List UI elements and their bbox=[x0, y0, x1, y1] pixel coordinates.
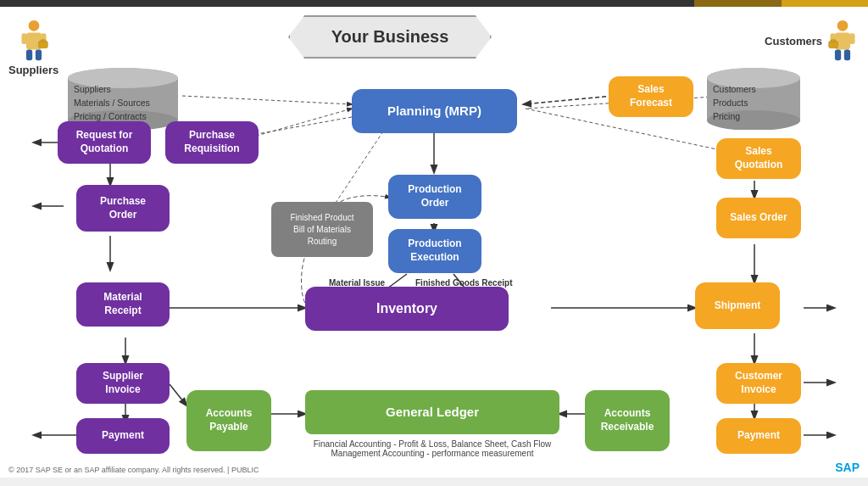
top-bar bbox=[0, 0, 868, 7]
accounts-payable-node[interactable]: Accounts Payable bbox=[186, 390, 271, 451]
customers-data-line2: Products bbox=[713, 97, 756, 110]
production-execution-label: Production Execution bbox=[395, 237, 475, 264]
sales-forecast-label: SalesForecast bbox=[630, 83, 672, 109]
planning-label: Planning (MRP) bbox=[387, 103, 481, 120]
request-quotation-node[interactable]: Request forQuotation bbox=[58, 121, 151, 164]
svg-line-4 bbox=[524, 96, 613, 104]
svg-rect-46 bbox=[831, 40, 835, 42]
production-execution-node[interactable]: Production Execution bbox=[388, 229, 481, 273]
bom-label: Finished ProductBill of MaterialsRouting bbox=[290, 212, 353, 248]
sales-order-label: Sales Order bbox=[730, 211, 787, 225]
accounts-payable-label: Accounts Payable bbox=[193, 407, 264, 433]
material-receipt-node[interactable]: MaterialReceipt bbox=[76, 282, 170, 327]
title-text: Your Business bbox=[288, 15, 492, 59]
general-ledger-subtext: Financial Accounting - Profit & Loss, Ba… bbox=[271, 439, 593, 458]
inventory-node[interactable]: Inventory bbox=[305, 287, 509, 331]
supplier-payment-node[interactable]: Payment bbox=[76, 418, 170, 454]
customer-icon bbox=[826, 20, 860, 62]
sales-quotation-label: SalesQuotation bbox=[735, 145, 783, 171]
bom-node: Finished ProductBill of MaterialsRouting bbox=[271, 202, 373, 257]
suppliers-person: Suppliers bbox=[8, 20, 58, 76]
svg-line-29 bbox=[182, 96, 352, 104]
sales-order-node[interactable]: Sales Order bbox=[716, 198, 801, 238]
planning-node[interactable]: Planning (MRP) bbox=[352, 89, 517, 133]
customer-payment-node[interactable]: Payment bbox=[716, 418, 801, 454]
svg-rect-35 bbox=[26, 49, 32, 60]
customer-payment-label: Payment bbox=[737, 429, 780, 443]
purchase-requisition-label: Purchase Requisition bbox=[172, 129, 252, 155]
svg-rect-44 bbox=[844, 49, 850, 60]
suppliers-label: Suppliers bbox=[8, 64, 58, 76]
suppliers-data-line2: Materials / Sources bbox=[74, 97, 150, 110]
sales-forecast-node[interactable]: SalesForecast bbox=[609, 76, 693, 117]
general-ledger-label: General Ledger bbox=[386, 404, 479, 421]
svg-rect-45 bbox=[829, 41, 838, 47]
purchase-order-label: PurchaseOrder bbox=[100, 195, 146, 221]
svg-point-31 bbox=[28, 20, 39, 31]
sap-logo: SAP bbox=[835, 461, 860, 474]
purchase-order-node[interactable]: PurchaseOrder bbox=[76, 185, 170, 232]
supplier-payment-label: Payment bbox=[102, 429, 144, 443]
svg-line-30 bbox=[331, 121, 390, 210]
customers-data-label: Customers Products Pricing bbox=[713, 83, 756, 123]
production-order-node[interactable]: Production Order bbox=[388, 175, 481, 219]
accounts-receivable-node[interactable]: Accounts Receivable bbox=[585, 390, 670, 451]
shipment-node[interactable]: Shipment bbox=[695, 282, 780, 329]
purchase-requisition-node[interactable]: Purchase Requisition bbox=[165, 121, 259, 164]
request-quotation-label: Request forQuotation bbox=[76, 129, 133, 155]
supplier-invoice-label: SupplierInvoice bbox=[103, 370, 143, 396]
svg-rect-36 bbox=[35, 49, 41, 60]
general-ledger-node[interactable]: General Ledger bbox=[305, 390, 559, 434]
sales-quotation-node[interactable]: SalesQuotation bbox=[716, 138, 801, 179]
supplier-invoice-node[interactable]: SupplierInvoice bbox=[76, 363, 170, 404]
svg-rect-42 bbox=[849, 33, 854, 44]
inventory-label: Inventory bbox=[376, 300, 437, 318]
svg-rect-37 bbox=[38, 41, 47, 47]
material-receipt-label: MaterialReceipt bbox=[103, 291, 142, 317]
footer-text: © 2017 SAP SE or an SAP affiliate compan… bbox=[8, 466, 259, 474]
svg-line-21 bbox=[170, 384, 186, 405]
svg-rect-38 bbox=[41, 40, 45, 42]
customers-data-cylinder: Customers Products Pricing bbox=[703, 66, 804, 133]
customer-invoice-label: CustomerInvoice bbox=[735, 370, 782, 396]
accounts-receivable-label: Accounts Receivable bbox=[592, 407, 663, 433]
main-canvas: Your Business Suppliers Customers bbox=[0, 7, 868, 478]
svg-rect-33 bbox=[21, 33, 26, 44]
suppliers-data-line1: Suppliers bbox=[74, 83, 150, 97]
footer: © 2017 SAP SE or an SAP affiliate compan… bbox=[8, 466, 259, 474]
svg-point-39 bbox=[837, 20, 849, 31]
customers-person: Customers bbox=[765, 20, 860, 62]
production-order-label: Production Order bbox=[395, 183, 475, 209]
title-banner: Your Business bbox=[288, 15, 492, 59]
shipment-label: Shipment bbox=[715, 299, 761, 313]
svg-rect-43 bbox=[835, 49, 841, 60]
customers-label: Customers bbox=[765, 35, 822, 47]
supplier-icon bbox=[17, 20, 51, 62]
suppliers-data-label: Suppliers Materials / Sources Pricing / … bbox=[74, 83, 150, 123]
customers-data-line3: Pricing bbox=[713, 110, 756, 124]
customers-data-line1: Customers bbox=[713, 83, 756, 97]
customer-invoice-node[interactable]: CustomerInvoice bbox=[716, 363, 801, 404]
